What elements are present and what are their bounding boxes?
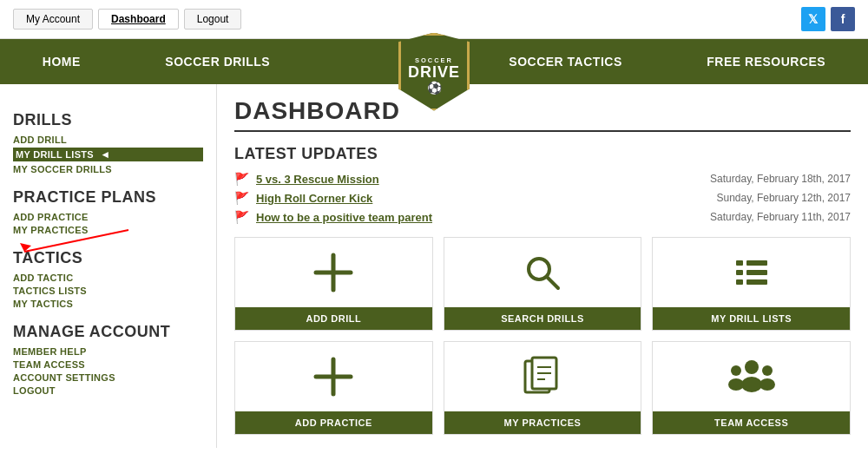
card-my-drill-lists-icon-area	[653, 238, 850, 307]
sidebar-logout[interactable]: LOGOUT	[13, 385, 203, 396]
sidebar-practice-section: PRACTICE PLANS ADD PRACTICE MY PRACTICES	[13, 188, 203, 235]
card-add-drill-icon-area	[235, 238, 432, 307]
svg-rect-8	[736, 270, 743, 275]
card-team-access-icon-area	[653, 342, 850, 411]
update-item-3-left: 🚩 How to be a positive team parent	[234, 210, 432, 224]
svg-line-5	[547, 277, 558, 288]
twitter-icon[interactable]: 𝕏	[801, 7, 825, 31]
logout-button[interactable]: Logout	[184, 9, 242, 30]
facebook-icon[interactable]: f	[831, 7, 855, 31]
card-add-drill[interactable]: ADD DRILL	[234, 237, 433, 331]
update-item-3: 🚩 How to be a positive team parent Satur…	[234, 210, 851, 224]
nav-soccer-tactics[interactable]: SOCCER TACTICS	[491, 39, 639, 84]
card-my-practices-icon-area	[444, 342, 641, 411]
sidebar-practice-title: PRACTICE PLANS	[13, 188, 203, 207]
nav-soccer-drills[interactable]: SOCCER DRILLS	[148, 39, 287, 84]
sidebar-manage-section: MANAGE ACCOUNT MEMBER HELP TEAM ACCESS A…	[13, 323, 203, 396]
page-divider	[234, 130, 851, 132]
svg-point-22	[728, 378, 744, 391]
sidebar-account-settings[interactable]: ACCOUNT SETTINGS	[13, 372, 203, 383]
flag-icon-1: 🚩	[234, 172, 249, 186]
svg-point-19	[745, 360, 759, 374]
svg-point-20	[741, 377, 762, 392]
update-date-3: Saturday, February 11th, 2017	[710, 211, 851, 223]
update-link-2[interactable]: High Roll Corner Kick	[256, 192, 372, 205]
plus-icon-2	[312, 355, 355, 398]
sidebar-my-drill-lists[interactable]: MY DRILL LISTS ◄	[13, 148, 203, 161]
update-link-3[interactable]: How to be a positive team parent	[256, 211, 432, 224]
sidebar-add-drill[interactable]: ADD DRILL	[13, 135, 203, 145]
drill-list-arrow: ◄	[100, 148, 110, 161]
sidebar-my-tactics[interactable]: MY TACTICS	[13, 299, 203, 309]
search-icon	[522, 252, 563, 293]
update-item-2-left: 🚩 High Roll Corner Kick	[234, 191, 372, 205]
sidebar-my-practices[interactable]: MY PRACTICES	[13, 225, 203, 235]
card-team-access[interactable]: TEAM ACCESS	[652, 341, 851, 435]
sidebar-tactics-section: TACTICS ADD TACTIC TACTICS LISTS MY TACT…	[13, 249, 203, 309]
nav-free-resources[interactable]: FREE RESOURCES	[689, 39, 843, 84]
card-my-drill-lists[interactable]: MY DRILL LISTS	[652, 237, 851, 331]
sidebar-manage-title: MANAGE ACCOUNT	[13, 323, 203, 341]
svg-point-23	[762, 365, 773, 376]
card-my-practices-label: MY PRACTICES	[444, 411, 641, 434]
sidebar-my-soccer-drills[interactable]: MY SOCCER DRILLS	[13, 164, 203, 174]
card-search-drills-icon-area	[444, 238, 641, 307]
my-account-button[interactable]: My Account	[13, 9, 93, 30]
flag-icon-3: 🚩	[234, 210, 249, 224]
svg-rect-7	[746, 260, 767, 266]
update-item-1: 🚩 5 vs. 3 Rescue Mission Saturday, Febru…	[234, 172, 851, 186]
cards-grid: ADD DRILL SEARCH DRILLS	[234, 237, 851, 435]
main-area: DASHBOARD LATEST UPDATES 🚩 5 vs. 3 Rescu…	[217, 84, 868, 448]
svg-rect-9	[746, 270, 767, 275]
sidebar-add-practice[interactable]: ADD PRACTICE	[13, 212, 203, 222]
doc-icon	[521, 354, 564, 399]
sidebar-add-tactic[interactable]: ADD TACTIC	[13, 273, 203, 283]
update-link-1[interactable]: 5 vs. 3 Rescue Mission	[256, 173, 379, 186]
card-search-drills-label: SEARCH DRILLS	[444, 307, 641, 330]
nav-home[interactable]: HOME	[25, 39, 98, 84]
plus-icon-1	[312, 251, 355, 294]
card-my-drill-lists-label: MY DRILL LISTS	[653, 307, 850, 330]
social-icons: 𝕏 f	[801, 7, 855, 31]
svg-rect-11	[746, 279, 767, 285]
card-search-drills[interactable]: SEARCH DRILLS	[444, 237, 642, 331]
svg-point-21	[731, 365, 741, 376]
page-content: DRILLS ADD DRILL MY DRILL LISTS ◄ MY SOC…	[0, 84, 868, 448]
logo-ball: ⚽	[427, 81, 442, 95]
card-add-practice[interactable]: ADD PRACTICE	[234, 341, 433, 435]
card-add-practice-icon-area	[235, 342, 432, 411]
svg-point-24	[760, 378, 775, 391]
update-item-2: 🚩 High Roll Corner Kick Sunday, February…	[234, 191, 851, 205]
logo: SOCCER DRIVE ⚽	[396, 30, 472, 113]
page-title: DASHBOARD	[234, 97, 851, 125]
flag-icon-2: 🚩	[234, 191, 249, 205]
svg-rect-6	[736, 260, 743, 266]
card-team-access-label: TEAM ACCESS	[653, 411, 850, 434]
sidebar-drills-title: DRILLS	[13, 111, 203, 129]
card-add-practice-label: ADD PRACTICE	[235, 411, 432, 434]
update-item-1-left: 🚩 5 vs. 3 Rescue Mission	[234, 172, 379, 186]
sidebar: DRILLS ADD DRILL MY DRILL LISTS ◄ MY SOC…	[0, 84, 217, 448]
update-date-2: Sunday, February 12th, 2017	[716, 192, 851, 204]
svg-rect-10	[736, 279, 743, 285]
team-icon	[727, 355, 776, 398]
list-icon	[731, 252, 773, 293]
update-date-1: Saturday, February 18th, 2017	[710, 173, 851, 185]
logo-shield: SOCCER DRIVE ⚽	[398, 33, 470, 111]
sidebar-drills-section: DRILLS ADD DRILL MY DRILL LISTS ◄ MY SOC…	[13, 111, 203, 174]
latest-updates-title: LATEST UPDATES	[234, 145, 851, 163]
sidebar-tactics-title: TACTICS	[13, 249, 203, 267]
logo-drive: DRIVE	[408, 64, 460, 80]
top-bar-left: My Account Dashboard Logout	[13, 9, 241, 30]
sidebar-tactics-lists[interactable]: TACTICS LISTS	[13, 286, 203, 296]
card-add-drill-label: ADD DRILL	[235, 307, 432, 330]
dashboard-button[interactable]: Dashboard	[98, 9, 179, 30]
card-my-practices[interactable]: MY PRACTICES	[444, 341, 642, 435]
sidebar-team-access[interactable]: TEAM ACCESS	[13, 359, 203, 370]
sidebar-member-help[interactable]: MEMBER HELP	[13, 346, 203, 357]
nav-wrapper: HOME SOCCER DRILLS SOCCER TACTICS FREE R…	[0, 39, 868, 84]
